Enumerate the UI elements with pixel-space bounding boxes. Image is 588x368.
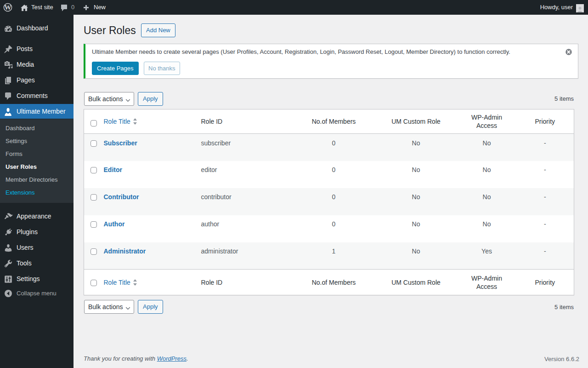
svg-text:W: W — [4, 3, 11, 11]
